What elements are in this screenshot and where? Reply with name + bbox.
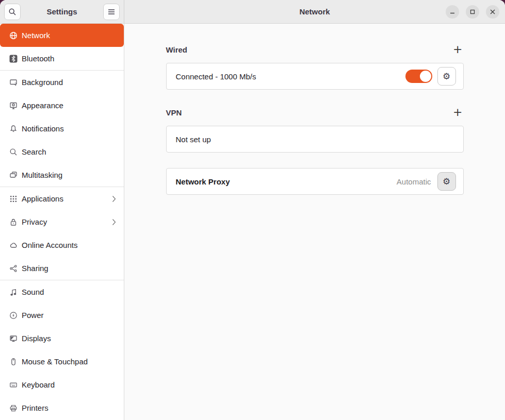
- app-grid-icon: [9, 195, 18, 203]
- minimize-button[interactable]: [446, 5, 459, 19]
- sidebar-item-label: Multitasking: [22, 171, 117, 179]
- window-controls: [446, 0, 499, 23]
- sidebar-item-online-accounts[interactable]: Online Accounts: [0, 233, 124, 257]
- sidebar-header: Settings: [0, 0, 124, 23]
- sidebar-item-applications[interactable]: Applications: [0, 187, 124, 210]
- monitor-icon: [9, 78, 18, 87]
- sidebar-item-sound[interactable]: Sound: [0, 280, 124, 304]
- sidebar-item-label: Sound: [22, 288, 117, 296]
- network-proxy-row[interactable]: Network Proxy Automatic ⚙: [167, 169, 463, 194]
- vpn-heading: VPN: [166, 108, 182, 117]
- add-vpn-button[interactable]: +: [452, 108, 463, 116]
- sidebar-item-bluetooth[interactable]: Bluetooth: [0, 47, 124, 70]
- vpn-card: Not set up: [166, 126, 464, 153]
- sidebar-item-appearance[interactable]: Appearance: [0, 94, 124, 117]
- sidebar-item-multitasking[interactable]: Multitasking: [0, 163, 124, 187]
- sidebar-item-label: Appearance: [22, 101, 117, 110]
- proxy-settings-button[interactable]: ⚙: [437, 172, 456, 191]
- wired-section-header: Wired +: [166, 45, 464, 54]
- sidebar-item-sharing[interactable]: Sharing: [0, 257, 124, 280]
- sidebar-item-printers[interactable]: Printers: [0, 396, 124, 419]
- bell-icon: [9, 125, 18, 133]
- search-icon: [9, 148, 18, 156]
- maximize-icon: [470, 9, 475, 14]
- sidebar-item-label: Notifications: [22, 124, 117, 133]
- sidebar-item-network[interactable]: Network: [0, 24, 124, 47]
- network-panel: Wired + Connected - 1000 Mb/s ⚙: [124, 24, 505, 420]
- share-icon: [9, 264, 18, 273]
- gear-icon: ⚙: [443, 71, 450, 81]
- appearance-icon: [9, 102, 18, 110]
- sidebar-item-keyboard[interactable]: Keyboard: [0, 373, 124, 396]
- sidebar-item-label: Keyboard: [22, 380, 117, 389]
- windows-icon: [9, 171, 18, 179]
- sidebar-item-label: Printers: [22, 404, 117, 412]
- sidebar-item-label: Privacy: [22, 217, 111, 226]
- minimize-icon: [450, 9, 455, 14]
- app-title: Settings: [46, 7, 77, 16]
- cloud-icon: [9, 241, 18, 249]
- sidebar-item-displays[interactable]: Displays: [0, 327, 124, 350]
- display-icon: [9, 334, 18, 343]
- wired-status-label: Connected - 1000 Mb/s: [176, 72, 405, 81]
- content-header: Network: [124, 0, 505, 23]
- chevron-right-icon: [111, 219, 117, 226]
- proxy-card: Network Proxy Automatic ⚙: [166, 168, 464, 195]
- vpn-status-row: Not set up: [167, 126, 463, 152]
- sidebar-item-label: Bluetooth: [22, 54, 117, 63]
- sidebar-item-notifications[interactable]: Notifications: [0, 117, 124, 140]
- sidebar-item-power[interactable]: Power: [0, 304, 124, 327]
- sidebar-item-label: Mouse & Touchpad: [22, 357, 117, 366]
- chevron-right-icon: [111, 195, 117, 203]
- wired-settings-button[interactable]: ⚙: [437, 67, 456, 86]
- sidebar-item-label: Power: [22, 311, 117, 320]
- sidebar-item-label: Background: [22, 78, 117, 87]
- hamburger-icon: [108, 9, 115, 15]
- vpn-status-label: Not set up: [176, 135, 456, 144]
- titlebar: Settings Network: [0, 0, 505, 24]
- proxy-mode-value: Automatic: [397, 177, 431, 186]
- sidebar-item-privacy[interactable]: Privacy: [0, 210, 124, 233]
- globe-icon: [9, 31, 18, 40]
- wired-card: Connected - 1000 Mb/s ⚙: [166, 63, 464, 90]
- toggle-knob: [420, 71, 431, 82]
- menu-button[interactable]: [103, 4, 120, 20]
- wired-toggle[interactable]: [405, 70, 432, 83]
- music-note-icon: [9, 288, 18, 296]
- search-button[interactable]: [4, 4, 21, 20]
- vpn-section-header: VPN +: [166, 108, 464, 116]
- mouse-icon: [9, 358, 18, 366]
- sidebar: Network Bluetooth Backgroun: [0, 24, 124, 420]
- sidebar-item-search[interactable]: Search: [0, 140, 124, 163]
- search-icon: [8, 8, 17, 16]
- sidebar-item-label: Applications: [22, 194, 111, 203]
- power-icon: [9, 311, 18, 320]
- printer-icon: [9, 404, 18, 412]
- sidebar-item-mouse-touchpad[interactable]: Mouse & Touchpad: [0, 350, 124, 373]
- bluetooth-icon: [9, 55, 18, 63]
- sidebar-item-label: Online Accounts: [22, 241, 117, 249]
- sidebar-item-label: Sharing: [22, 264, 117, 273]
- sidebar-item-background[interactable]: Background: [0, 71, 124, 94]
- main-area: Network Bluetooth Backgroun: [0, 24, 505, 420]
- close-button[interactable]: [486, 5, 499, 19]
- wired-connection-row[interactable]: Connected - 1000 Mb/s ⚙: [167, 63, 463, 89]
- close-icon: [490, 9, 495, 14]
- sidebar-item-label: Displays: [22, 334, 117, 343]
- keyboard-icon: [9, 381, 18, 389]
- sidebar-item-label: Search: [22, 147, 117, 156]
- gear-icon: ⚙: [443, 176, 450, 187]
- network-proxy-label: Network Proxy: [176, 177, 397, 186]
- maximize-button[interactable]: [466, 5, 479, 19]
- lock-icon: [9, 218, 18, 226]
- wired-heading: Wired: [166, 45, 188, 54]
- sidebar-item-label: Network: [22, 31, 117, 40]
- add-wired-connection-button[interactable]: +: [452, 45, 463, 54]
- settings-window: Settings Network: [0, 0, 505, 420]
